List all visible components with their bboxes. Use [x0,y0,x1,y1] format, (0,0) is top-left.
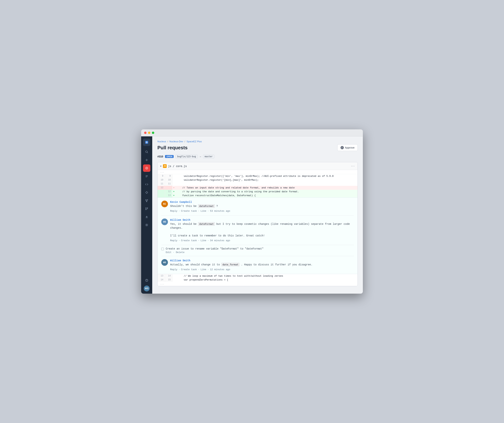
line-content-12-del: // Takes an input date string and relate… [175,186,358,190]
comment-thread: KC Kevin Campbell Shouldn't this be date… [158,198,358,274]
william-1-text1: Yes, it should be [170,223,197,225]
sidebar-item-diamond[interactable] [143,189,150,196]
kevin-reply[interactable]: Reply [170,210,177,212]
code-line-14-15: 14 15 var prependZeroPermutations = [ [158,278,358,282]
minimize-button[interactable] [148,132,150,134]
comment-kevin: KC Kevin Campbell Shouldn't this be date… [158,198,358,215]
code-ellipsis-top: ... [158,170,358,174]
page-header: Pull requests ✓ Approve [157,144,358,151]
william-2-body: Actually, we should change it to date_fo… [170,263,312,267]
task-separator: · [173,251,176,254]
new-line-num-9: 9 [165,174,172,178]
titlebar [141,129,363,136]
sidebar-item-code[interactable] [143,181,150,188]
william-1-author[interactable]: William Smith [170,218,354,222]
william-1-separator2: · [198,239,199,242]
page-title: Pull requests [157,145,187,151]
sidebar-item-pullrequest[interactable] [143,205,150,212]
william-2-text-before: Actually, we should change it to [170,263,220,266]
line-numbers-13-add: 13 [158,194,172,198]
close-button[interactable] [144,132,146,134]
diff-header-left: ▾ JS js / core.js [160,164,187,168]
task-checkbox[interactable] [161,248,164,250]
line-numbers-13-14: 13 14 [158,274,172,278]
old-line-num-13: 13 [158,274,165,278]
william-1-like[interactable]: Like [200,239,206,242]
sidebar-item-help[interactable] [143,277,150,284]
file-path: js / core.js [168,165,187,168]
sidebar: WS [141,136,152,294]
kevin-avatar: KC [161,201,168,207]
approve-check-icon: ✓ [341,146,344,149]
sidebar-item-create[interactable] [143,156,150,164]
kevin-create-task[interactable]: Create task [181,210,197,212]
task-delete[interactable]: Delete [176,251,185,254]
breadcrumb-nucleus[interactable]: Nucleus [157,140,166,143]
comment-william-2-content: William Smith Actually, we should change… [170,259,312,271]
comment-kevin-content: Kevin Campbell Shouldn't this be dateFor… [170,201,230,212]
old-line-num-12-del: 12 [158,186,165,190]
collapse-button[interactable]: ▾ [160,165,162,168]
william-2-avatar: WS [161,259,168,266]
kevin-separator1: · [179,210,180,212]
william-2-separator2: · [198,268,199,271]
william-1-separator3: · [207,239,209,242]
william-2-like[interactable]: Like [200,268,206,271]
william-2-author[interactable]: William Smith [170,259,312,262]
kevin-text-after: ? [216,205,218,208]
kevin-author[interactable]: Kevin Campbell [170,201,230,204]
user-avatar[interactable]: WS [144,286,150,291]
william-2-reply[interactable]: Reply [170,268,177,271]
approve-button[interactable]: ✓ Approve [337,144,358,151]
new-line-num-12-del [165,186,172,190]
kevin-body: Shouldn't this be dateFormat ? [170,204,230,208]
comment-william-1-header: WS William Smith Yes, it should be dateF… [161,218,354,242]
william-2-text-after: . Happy to discuss it further if you dis… [241,263,312,266]
sidebar-item-source[interactable] [143,197,150,204]
sidebar-item-logo[interactable] [143,139,150,146]
kevin-like[interactable]: Like [200,210,206,212]
kevin-text-before: Shouldn't this be [170,205,197,208]
svg-point-8 [146,209,146,210]
william-2-time: 12 minutes ago [210,268,230,271]
svg-point-4 [146,200,146,200]
new-line-num-10: 10 [165,178,172,182]
svg-point-9 [147,208,148,208]
pr-status-badge: OPEN [165,155,174,158]
app-layout: WS Nucleus / Nucleus-Dev / SpaceEZ Plus … [141,136,363,294]
sidebar-item-settings[interactable] [143,221,150,229]
line-content-13-add: function reconstructDateMatches(date, Da… [175,194,358,198]
william-1-reply[interactable]: Reply [170,239,177,242]
old-line-num-12-add [158,190,165,194]
sidebar-item-app[interactable] [143,164,150,172]
diff-marker-10 [172,178,175,182]
task-actions: Edit · Delete [166,251,264,254]
maximize-button[interactable] [152,132,154,134]
comment-william-1: WS William Smith Yes, it should be dateF… [158,216,358,245]
william-1-separator1: · [179,239,180,242]
task-edit[interactable]: Edit [166,251,171,254]
more-options-button[interactable]: ··· [351,164,355,168]
william-2-separator1: · [179,268,180,271]
sidebar-item-list[interactable] [143,173,150,180]
diff-marker-13-14 [172,274,175,278]
svg-point-3 [146,168,147,169]
code-line-12-add: 12 + // by parsing the date and converti… [158,190,358,194]
breadcrumb-spaceez[interactable]: SpaceEZ Plus [186,140,202,143]
pr-meta: #310 OPEN bugfix/123-bug → master [157,155,358,158]
william-2-separator3: · [207,268,209,271]
diff-marker-9 [172,174,175,178]
sidebar-item-deploy[interactable] [143,213,150,221]
code-line-10: 10 10 validatorRegister.register('[min],… [158,178,358,182]
comment-kevin-header: KC Kevin Campbell Shouldn't this be date… [161,201,354,212]
william-2-create-task[interactable]: Create task [181,268,197,271]
old-line-num-13-add [158,194,165,198]
sidebar-item-search[interactable] [143,148,150,156]
william-1-create-task[interactable]: Create task [181,239,197,242]
breadcrumb-nucleus-dev[interactable]: Nucleus-Dev [169,140,183,143]
diff-marker-13-add: + [172,194,175,198]
william-1-text3: I'll create a task to remember to do thi… [170,234,265,237]
old-line-num-9: 9 [158,174,165,178]
diff-marker-14-15 [172,278,175,282]
line-content-10: validatorRegister.register('[min],[max]'… [175,178,358,182]
